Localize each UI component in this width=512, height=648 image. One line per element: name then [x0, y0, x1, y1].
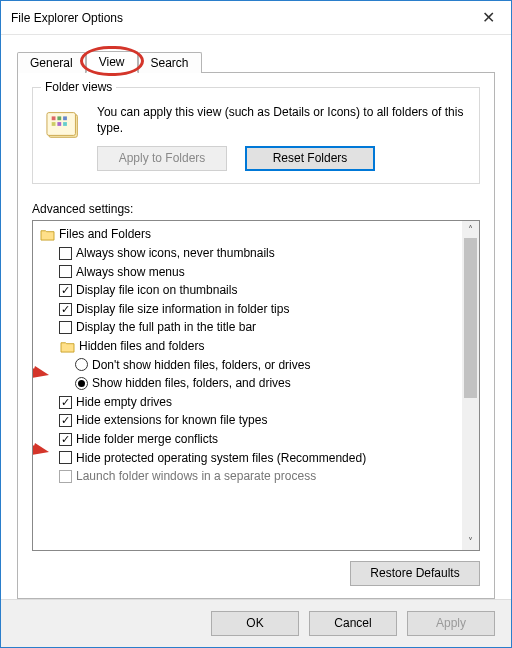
close-button[interactable]: ✕: [465, 1, 511, 35]
check-launch-separate-process[interactable]: Launch folder windows in a separate proc…: [39, 467, 460, 486]
check-hide-empty-drives[interactable]: ✓ Hide empty drives: [39, 393, 460, 412]
radio-icon: [75, 377, 88, 390]
svg-rect-2: [52, 116, 56, 120]
folder-icon: [39, 228, 55, 242]
chevron-up-icon: ˄: [468, 224, 473, 235]
apply-to-folders-button: Apply to Folders: [97, 146, 227, 171]
checkbox-icon: ✓: [59, 284, 72, 297]
radio-show-hidden[interactable]: Show hidden files, folders, and drives: [39, 374, 460, 393]
checkbox-icon: ✓: [59, 303, 72, 316]
folder-views-text: You can apply this view (such as Details…: [97, 104, 467, 136]
tab-view[interactable]: View: [86, 51, 138, 73]
svg-rect-6: [57, 122, 61, 126]
svg-rect-7: [63, 122, 67, 126]
checkbox-icon: ✓: [59, 433, 72, 446]
tree-root-files-and-folders[interactable]: Files and Folders: [39, 225, 460, 244]
check-hide-merge-conflicts[interactable]: ✓ Hide folder merge conflicts: [39, 430, 460, 449]
tabpage-view: Folder views: [17, 73, 495, 599]
ok-button[interactable]: OK: [211, 611, 299, 636]
groupbox-folder-views: Folder views: [32, 87, 480, 184]
groupbox-legend: Folder views: [41, 80, 116, 94]
reset-folders-button[interactable]: Reset Folders: [245, 146, 375, 171]
tree-branch-hidden-files[interactable]: Hidden files and folders: [39, 337, 460, 356]
checkbox-icon: [59, 265, 72, 278]
svg-rect-5: [52, 122, 56, 126]
radio-icon: [75, 358, 88, 371]
dialog-window: File Explorer Options ✕ General View Sea…: [0, 0, 512, 648]
close-icon: ✕: [482, 8, 495, 27]
checkbox-icon: ✓: [59, 414, 72, 427]
check-display-file-size-tips[interactable]: ✓ Display file size information in folde…: [39, 300, 460, 319]
tab-search[interactable]: Search: [138, 52, 202, 73]
checkbox-icon: [59, 247, 72, 260]
advanced-settings-tree[interactable]: Files and Folders Always show icons, nev…: [32, 220, 480, 551]
window-title: File Explorer Options: [11, 11, 465, 25]
check-display-full-path-titlebar[interactable]: Display the full path in the title bar: [39, 318, 460, 337]
scroll-down-button[interactable]: ˅: [462, 533, 479, 550]
restore-defaults-button[interactable]: Restore Defaults: [350, 561, 480, 586]
check-always-show-icons[interactable]: Always show icons, never thumbnails: [39, 244, 460, 263]
svg-line-8: [33, 359, 37, 372]
scrollbar-thumb[interactable]: [464, 238, 477, 398]
advanced-settings-label: Advanced settings:: [32, 202, 480, 216]
checkbox-icon: [59, 451, 72, 464]
check-hide-extensions[interactable]: ✓ Hide extensions for known file types: [39, 411, 460, 430]
scroll-up-button[interactable]: ˄: [462, 221, 479, 238]
checkbox-icon: [59, 470, 72, 483]
check-hide-protected-os-files[interactable]: Hide protected operating system files (R…: [39, 449, 460, 468]
apply-button: Apply: [407, 611, 495, 636]
svg-line-10: [33, 436, 37, 449]
checkbox-icon: ✓: [59, 396, 72, 409]
svg-rect-4: [63, 116, 67, 120]
tab-general[interactable]: General: [17, 52, 86, 73]
cancel-button[interactable]: Cancel: [309, 611, 397, 636]
check-always-show-menus[interactable]: Always show menus: [39, 263, 460, 282]
folder-views-icon: [45, 104, 85, 144]
svg-rect-3: [57, 116, 61, 120]
dialog-footer: OK Cancel Apply: [1, 599, 511, 647]
checkbox-icon: [59, 321, 72, 334]
titlebar: File Explorer Options ✕: [1, 1, 511, 35]
tabstrip: General View Search: [17, 49, 495, 73]
folder-icon: [59, 339, 75, 353]
check-display-file-icon-thumbnails[interactable]: ✓ Display file icon on thumbnails: [39, 281, 460, 300]
tree-viewport: Files and Folders Always show icons, nev…: [33, 221, 462, 550]
scrollbar-track[interactable]: [462, 238, 479, 533]
radio-dont-show-hidden[interactable]: Don't show hidden files, folders, or dri…: [39, 356, 460, 375]
client-area: General View Search Folder views: [1, 35, 511, 599]
chevron-down-icon: ˅: [468, 536, 473, 547]
vertical-scrollbar[interactable]: ˄ ˅: [462, 221, 479, 550]
